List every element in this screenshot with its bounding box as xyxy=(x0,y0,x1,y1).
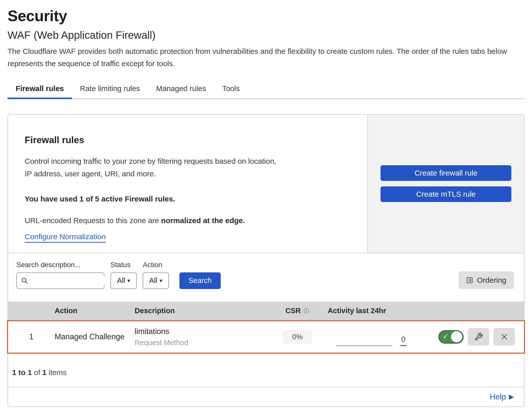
delete-rule-button[interactable] xyxy=(493,328,515,346)
check-icon: ✓ xyxy=(443,333,448,341)
normalization-bold: normalized at the edge. xyxy=(161,216,245,225)
table-row[interactable]: 1 Managed Challenge limitations Request … xyxy=(7,320,525,354)
wrench-icon xyxy=(474,333,483,341)
activity-count-link[interactable]: 0 xyxy=(400,336,406,346)
status-dropdown-value: All xyxy=(117,276,125,285)
firewall-rules-card: Firewall rules Control incoming traffic … xyxy=(8,114,524,407)
help-link[interactable]: Help ▶ xyxy=(490,392,514,401)
rule-description-cell: limitations Request Method xyxy=(133,327,267,347)
normalization-note: URL-encoded Requests to this zone are no… xyxy=(25,216,352,225)
search-label: Search description... xyxy=(16,261,104,269)
ordering-list-icon xyxy=(466,277,473,284)
rule-enabled-toggle[interactable]: ✓ xyxy=(438,330,464,344)
search-field xyxy=(16,272,104,289)
help-link-label: Help xyxy=(490,392,506,401)
tab-firewall-rules[interactable]: Firewall rules xyxy=(8,81,72,98)
header-action: Action xyxy=(55,307,133,315)
csr-badge: 0% xyxy=(283,330,312,344)
action-dropdown-value: All xyxy=(149,276,157,285)
header-csr: CSR xyxy=(285,307,310,315)
status-group: Status All ▾ xyxy=(104,261,137,289)
items-of-text: of xyxy=(32,368,42,377)
filter-bar: Search description... Status All ▾ xyxy=(8,253,524,302)
waf-tabs: Firewall rules Rate limiting rules Manag… xyxy=(8,81,524,99)
tab-managed-rules[interactable]: Managed rules xyxy=(148,81,214,98)
rule-priority: 1 xyxy=(8,332,55,341)
caret-down-icon: ▾ xyxy=(127,277,130,284)
info-icon[interactable] xyxy=(303,308,310,314)
caret-down-icon: ▾ xyxy=(160,277,162,284)
header-csr-label: CSR xyxy=(285,307,301,315)
header-activity: Activity last 24hr xyxy=(328,307,438,315)
toggle-knob xyxy=(451,331,462,343)
waf-page: Security WAF (Web Application Firewall) … xyxy=(0,0,532,407)
rule-action: Managed Challenge xyxy=(55,332,133,341)
search-icon xyxy=(21,277,28,284)
rule-controls: ✓ xyxy=(438,328,524,346)
ordering-button[interactable]: Ordering xyxy=(459,271,514,289)
items-total: 1 xyxy=(42,368,47,377)
search-button[interactable]: Search xyxy=(179,272,221,289)
configure-normalization-link[interactable]: Configure Normalization xyxy=(25,232,106,243)
page-subtitle: WAF (Web Application Firewall) xyxy=(8,29,524,41)
help-row: Help ▶ xyxy=(8,387,524,406)
status-label: Status xyxy=(110,261,137,269)
card-top-section: Firewall rules Control incoming traffic … xyxy=(8,115,524,253)
table-header: Action Description CSR Activity last 24h… xyxy=(8,302,524,320)
items-label: items xyxy=(47,368,67,377)
items-range: 1 to 1 xyxy=(12,368,32,377)
usage-summary: You have used 1 of 5 active Firewall rul… xyxy=(25,195,352,203)
search-group: Search description... xyxy=(16,261,104,289)
tab-rate-limiting-rules[interactable]: Rate limiting rules xyxy=(72,81,148,98)
close-icon xyxy=(500,333,508,341)
activity-sparkline xyxy=(336,345,392,346)
ordering-button-label: Ordering xyxy=(477,276,506,284)
create-mtls-rule-button[interactable]: Create mTLS rule xyxy=(381,186,511,202)
action-group: Action All ▾ xyxy=(137,261,169,289)
create-firewall-rule-button[interactable]: Create firewall rule xyxy=(381,165,511,181)
rule-expression: Request Method xyxy=(135,339,267,347)
status-dropdown[interactable]: All ▾ xyxy=(110,272,137,289)
action-dropdown[interactable]: All ▾ xyxy=(143,272,169,289)
help-arrow-icon: ▶ xyxy=(509,393,514,401)
header-description: Description xyxy=(133,307,267,315)
page-title: Security xyxy=(8,7,524,25)
actions-panel: Create firewall rule Create mTLS rule xyxy=(367,115,524,253)
tab-tools[interactable]: Tools xyxy=(214,81,248,98)
rule-description: limitations xyxy=(135,327,267,336)
pagination-summary: 1 to 1 of 1 items xyxy=(8,354,524,387)
card-heading: Firewall rules xyxy=(25,135,352,145)
activity-cell: 0 xyxy=(328,321,438,353)
edit-rule-button[interactable] xyxy=(468,328,489,346)
page-description: The Cloudflare WAF provides both automat… xyxy=(8,45,524,70)
action-label: Action xyxy=(143,261,169,269)
card-description: Control incoming traffic to your zone by… xyxy=(25,155,276,180)
normalization-text: URL-encoded Requests to this zone are xyxy=(25,216,161,225)
firewall-rules-info: Firewall rules Control incoming traffic … xyxy=(8,115,367,253)
